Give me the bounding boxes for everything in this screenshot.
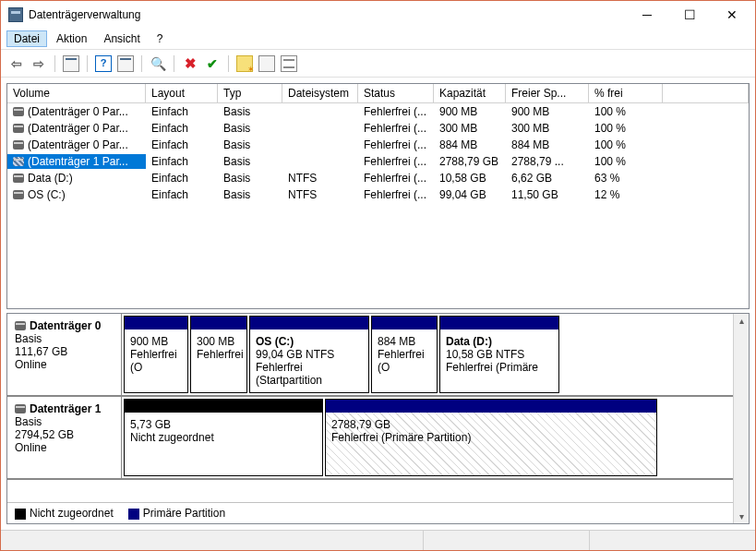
volume-name: OS (C:) [28, 188, 66, 201]
table-row[interactable]: (Datenträger 0 Par...EinfachBasisFehlerf… [7, 103, 749, 120]
col-typ[interactable]: Typ [218, 84, 282, 102]
col-free[interactable]: Freier Sp... [506, 84, 589, 102]
cell-status: Fehlerfrei (... [358, 138, 434, 152]
partition-header [125, 317, 187, 329]
cell-cap: 99,04 GB [434, 187, 506, 202]
cell-cap: 300 MB [434, 121, 506, 136]
cell-pct: 100 % [589, 104, 663, 119]
partition-header [250, 317, 368, 329]
col-capacity[interactable]: Kapazität [434, 84, 506, 102]
cell-fs [282, 144, 358, 146]
cell-layout: Einfach [146, 121, 218, 136]
cell-typ: Basis [218, 121, 282, 136]
col-spacer[interactable] [663, 84, 749, 102]
table-row[interactable]: (Datenträger 1 Par...EinfachBasisFehlerf… [7, 153, 749, 170]
table-row[interactable]: Data (D:)EinfachBasisNTFSFehlerfrei (...… [7, 170, 749, 186]
cell-layout: Einfach [146, 104, 218, 119]
partition-header [125, 400, 322, 413]
volume-name: (Datenträger 0 Par... [28, 105, 128, 118]
disk-row[interactable]: Datenträger 1Basis2794,52 GBOnline5,73 G… [7, 397, 733, 480]
disk-graphic-view[interactable]: Datenträger 0Basis111,67 GBOnline900 MBF… [6, 313, 750, 524]
table-row[interactable]: OS (C:)EinfachBasisNTFSFehlerfrei (...99… [7, 186, 749, 203]
properties-icon[interactable] [117, 55, 134, 72]
disk-state: Online [15, 441, 114, 454]
refresh-icon[interactable]: 🔍 [150, 55, 166, 72]
col-status[interactable]: Status [358, 84, 434, 102]
titlebar: Datenträgerverwaltung ─ ☐ ✕ [1, 1, 755, 29]
volume-name: (Datenträger 0 Par... [28, 122, 128, 135]
cell-pct: 63 % [589, 171, 663, 186]
help-icon[interactable]: ? [95, 55, 112, 72]
partition-primary[interactable]: Data (D:)10,58 GB NTFSFehlerfrei (Primär… [439, 316, 559, 393]
col-volume[interactable]: Volume [7, 84, 146, 102]
new-icon[interactable] [236, 55, 253, 72]
cell-typ: Basis [218, 138, 282, 152]
disk-type: Basis [15, 415, 114, 428]
cell-status: Fehlerfrei (... [358, 187, 434, 202]
partition-status: Fehlerfrei (O [378, 348, 431, 374]
cell-free: 884 MB [506, 138, 589, 152]
disk-state: Online [15, 358, 114, 371]
disk-name: Datenträger 0 [30, 319, 101, 332]
volume-list[interactable]: Volume Layout Typ Dateisystem Status Kap… [6, 83, 750, 309]
minimize-button[interactable]: ─ [626, 1, 668, 29]
cell-layout: Einfach [146, 154, 218, 169]
vertical-scrollbar[interactable]: ▴ ▾ [733, 314, 749, 523]
menu-datei[interactable]: Datei [6, 30, 47, 47]
cell-free: 2788,79 ... [506, 154, 589, 169]
separator [141, 55, 142, 72]
cell-pct: 100 % [589, 138, 663, 152]
attach-icon[interactable] [258, 55, 275, 72]
cell-fs [282, 127, 358, 129]
status-cell [1, 531, 423, 550]
partition-status: Fehlerfrei [197, 348, 241, 361]
disk-icon [15, 404, 26, 413]
show-hide-tree-icon[interactable] [63, 55, 79, 72]
menu-help[interactable]: ? [150, 30, 171, 47]
partition-unallocated[interactable]: 5,73 GBNicht zugeordnet [124, 399, 323, 476]
scroll-up-icon[interactable]: ▴ [739, 316, 744, 326]
cell-cap: 884 MB [434, 138, 506, 152]
disk-size: 2794,52 GB [15, 428, 114, 441]
delete-icon[interactable]: ✖ [182, 55, 198, 72]
menu-aktion[interactable]: Aktion [49, 30, 94, 47]
disk-type: Basis [15, 332, 114, 345]
cell-typ: Basis [218, 187, 282, 202]
disk-name: Datenträger 1 [30, 402, 101, 415]
col-pctfree[interactable]: % frei [589, 84, 663, 102]
col-filesystem[interactable]: Dateisystem [282, 84, 358, 102]
partition-primary[interactable]: 884 MBFehlerfrei (O [371, 316, 438, 393]
col-layout[interactable]: Layout [146, 84, 218, 102]
back-icon[interactable]: ⇦ [8, 55, 25, 72]
legend-unallocated: Nicht zugeordnet [15, 507, 114, 520]
close-button[interactable]: ✕ [711, 1, 753, 29]
disk-label[interactable]: Datenträger 1Basis2794,52 GBOnline [7, 397, 122, 478]
partition-area: 900 MBFehlerfrei (O300 MBFehlerfreiOS (C… [122, 314, 733, 395]
apply-icon[interactable]: ✔ [204, 55, 221, 72]
cell-free: 900 MB [506, 104, 589, 119]
table-row[interactable]: (Datenträger 0 Par...EinfachBasisFehlerf… [7, 137, 749, 153]
partition-primary[interactable]: 2788,79 GBFehlerfrei (Primäre Partition) [325, 399, 657, 476]
partition-size: 10,58 GB NTFS [446, 348, 553, 361]
separator [54, 55, 55, 72]
menu-ansicht[interactable]: Ansicht [96, 30, 147, 47]
menu-bar: Datei Aktion Ansicht ? [1, 29, 755, 50]
cell-fs: NTFS [282, 171, 358, 186]
scroll-down-icon[interactable]: ▾ [739, 511, 744, 521]
disk-row[interactable]: Datenträger 0Basis111,67 GBOnline900 MBF… [7, 314, 733, 397]
content-area: Volume Layout Typ Dateisystem Status Kap… [1, 78, 755, 530]
maximize-button[interactable]: ☐ [668, 1, 711, 29]
partition-primary[interactable]: OS (C:)99,04 GB NTFSFehlerfrei (Startpar… [249, 316, 369, 393]
partition-header [372, 317, 437, 329]
partition-primary[interactable]: 300 MBFehlerfrei [190, 316, 247, 393]
volume-icon [13, 174, 24, 183]
partition-size: 884 MB [378, 335, 431, 348]
disk-label[interactable]: Datenträger 0Basis111,67 GBOnline [7, 314, 122, 395]
list-icon[interactable] [281, 55, 297, 72]
partition-size: 900 MB [130, 335, 182, 348]
cell-free: 11,50 GB [506, 187, 589, 202]
forward-icon[interactable]: ⇨ [30, 55, 47, 72]
table-row[interactable]: (Datenträger 0 Par...EinfachBasisFehlerf… [7, 120, 749, 137]
volume-icon [13, 124, 24, 133]
partition-primary[interactable]: 900 MBFehlerfrei (O [124, 316, 188, 393]
